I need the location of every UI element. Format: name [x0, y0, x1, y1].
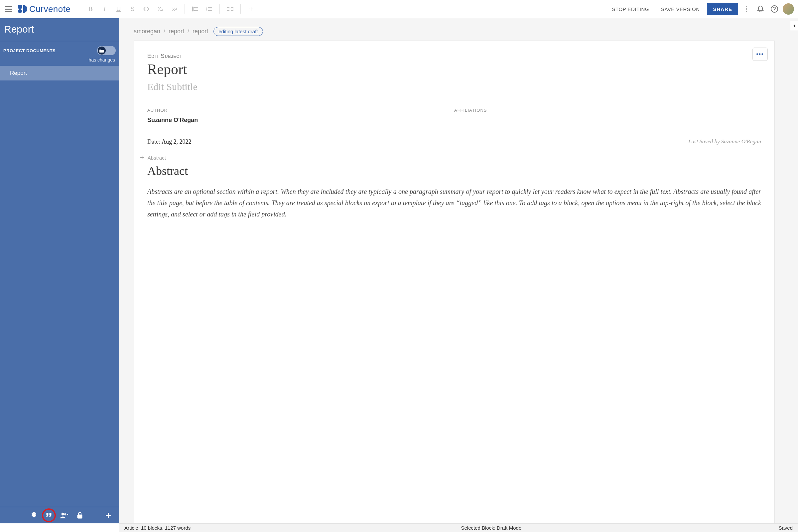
document-paper: ••• Edit Subject Report Edit Subtitle AU…: [134, 41, 775, 524]
project-documents-label: PROJECT DOCUMENTS: [3, 48, 56, 53]
gear-icon: [30, 512, 38, 519]
date-label: Date:: [147, 138, 160, 145]
has-changes-label: has changes: [0, 55, 119, 66]
link-button[interactable]: [225, 3, 236, 15]
main-area: Report PROJECT DOCUMENTS has changes Rep…: [0, 18, 798, 524]
edit-subtitle-field[interactable]: Edit Subtitle: [147, 81, 761, 92]
breadcrumb-item[interactable]: smoregan: [134, 28, 160, 35]
status-bar: Article, 10 blocks, 1127 words Selected …: [119, 524, 798, 532]
svg-point-4: [192, 8, 193, 10]
brand[interactable]: Curvenote: [18, 4, 71, 14]
svg-point-2: [192, 7, 193, 8]
svg-point-17: [746, 8, 747, 10]
block-tag-label: Abstract: [148, 155, 166, 160]
abstract-body[interactable]: Abstracts are an optional section within…: [147, 186, 761, 220]
breadcrumb-separator: /: [188, 28, 189, 35]
notifications-icon[interactable]: [755, 3, 766, 15]
breadcrumb-separator: /: [164, 28, 165, 35]
block-options-button[interactable]: •••: [753, 48, 768, 61]
draft-status-pill: editing latest draft: [213, 27, 263, 36]
sidebar: Report PROJECT DOCUMENTS has changes Rep…: [0, 18, 119, 524]
help-icon[interactable]: [769, 3, 780, 15]
content-area: smoregan / report / report editing lates…: [119, 18, 798, 524]
underline-button[interactable]: U: [113, 3, 124, 15]
date-value: Aug 2, 2022: [162, 138, 191, 145]
document-title[interactable]: Report: [147, 61, 761, 78]
plus-icon: [105, 512, 112, 519]
svg-rect-1: [18, 9, 22, 13]
menu-icon[interactable]: [4, 4, 13, 14]
author-label: AUTHOR: [147, 108, 454, 113]
stop-editing-button[interactable]: STOP EDITING: [607, 4, 654, 15]
svg-text:3: 3: [206, 10, 207, 12]
lock-icon: [77, 512, 82, 519]
top-toolbar: Curvenote B I U S X₂ X² 123 STOP EDITING…: [0, 0, 798, 18]
italic-button[interactable]: I: [99, 3, 110, 15]
strikethrough-button[interactable]: S: [127, 3, 138, 15]
toolbar-divider: [241, 4, 241, 14]
status-selected-block: Selected Block: Draft Mode: [204, 525, 778, 531]
svg-point-20: [774, 11, 775, 11]
author-name: Suzanne O'Regan: [147, 117, 454, 124]
subscript-button[interactable]: X₂: [155, 3, 166, 15]
settings-button[interactable]: [26, 507, 42, 524]
add-block-button[interactable]: +: [140, 153, 144, 162]
document-list: Report: [0, 66, 119, 507]
svg-rect-23: [77, 515, 82, 518]
add-people-icon: [59, 512, 68, 518]
collaborators-button[interactable]: [56, 507, 72, 524]
edit-subject-field[interactable]: Edit Subject: [147, 53, 761, 59]
code-button[interactable]: [141, 3, 152, 15]
sidebar-footer: [0, 507, 119, 524]
collapse-panel-button[interactable]: [790, 21, 798, 31]
svg-point-21: [61, 513, 64, 515]
bullet-list-button[interactable]: [190, 3, 201, 15]
insert-button[interactable]: [245, 3, 257, 15]
status-saved: Saved: [778, 525, 793, 531]
svg-point-22: [64, 513, 66, 515]
superscript-button[interactable]: X²: [169, 3, 180, 15]
bold-button[interactable]: B: [85, 3, 96, 15]
breadcrumb: smoregan / report / report editing lates…: [119, 18, 798, 41]
share-button[interactable]: SHARE: [707, 3, 738, 15]
breadcrumb-item[interactable]: report: [192, 28, 208, 35]
svg-rect-0: [18, 5, 22, 8]
brand-name: Curvenote: [29, 4, 71, 14]
numbered-list-button[interactable]: 123: [204, 3, 215, 15]
more-dots-icon: •••: [757, 51, 764, 57]
chevron-left-icon: [793, 24, 796, 28]
toolbar-divider: [185, 4, 185, 14]
citations-button[interactable]: [42, 508, 56, 522]
add-document-button[interactable]: [100, 507, 116, 524]
breadcrumb-item[interactable]: report: [169, 28, 184, 35]
quote-icon: [45, 513, 52, 518]
curvenote-logo-icon: [18, 5, 27, 13]
folder-icon: [99, 49, 104, 53]
folder-view-toggle[interactable]: [97, 46, 116, 55]
user-avatar[interactable]: [783, 3, 794, 15]
document-item-report[interactable]: Report: [0, 66, 119, 80]
abstract-heading[interactable]: Abstract: [147, 164, 761, 178]
last-saved-label: Last Saved by Suzanne O'Regan: [688, 138, 761, 145]
project-title: Report: [0, 18, 119, 41]
svg-point-6: [192, 10, 193, 11]
kebab-menu-icon[interactable]: [741, 3, 752, 15]
affiliations-label: AFFILIATIONS: [454, 108, 761, 113]
toolbar-divider: [80, 4, 80, 14]
svg-point-18: [746, 11, 747, 12]
permissions-button[interactable]: [72, 507, 88, 524]
status-article-info: Article, 10 blocks, 1127 words: [125, 525, 191, 531]
toolbar-divider: [220, 4, 220, 14]
save-version-button[interactable]: SAVE VERSION: [657, 4, 705, 15]
svg-point-16: [746, 6, 747, 7]
